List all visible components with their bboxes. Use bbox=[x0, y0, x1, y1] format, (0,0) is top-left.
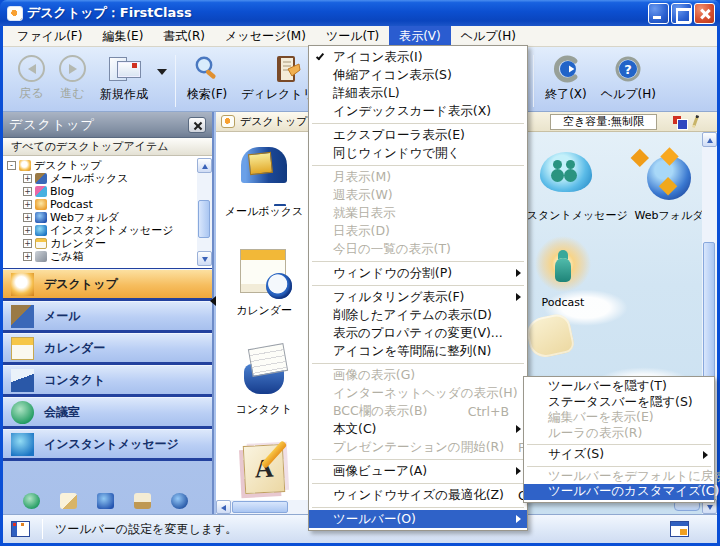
footer-shortcut-icon[interactable] bbox=[97, 493, 114, 509]
desktop-icon-item[interactable]: コンタクト bbox=[216, 342, 312, 417]
menu-item[interactable]: エクスプローラ表示(E) bbox=[309, 126, 527, 144]
footer-shortcut-icon[interactable] bbox=[60, 493, 77, 509]
tree-item[interactable]: + カレンダー bbox=[7, 237, 212, 250]
close-button[interactable] bbox=[694, 3, 715, 24]
minimize-button[interactable] bbox=[648, 3, 669, 24]
edit-pencil-icon[interactable] bbox=[692, 115, 699, 128]
collapse-expander-icon[interactable]: - bbox=[7, 161, 16, 170]
menu-item[interactable]: ウィンドウの分割(P) bbox=[309, 264, 527, 282]
menu-item[interactable]: アイコンを等間隔に整列(N) bbox=[309, 342, 527, 360]
sidebar-nav-button[interactable]: 会議室 bbox=[3, 397, 212, 426]
expand-plus-icon[interactable]: + bbox=[23, 200, 32, 209]
menu-item-label: 同じウィンドウで開く bbox=[333, 145, 460, 162]
menu-item[interactable]: ツールバーのカスタマイズ(C)... bbox=[524, 484, 714, 500]
expand-plus-icon[interactable]: + bbox=[23, 187, 32, 196]
menubar-item[interactable]: ツール(T) bbox=[316, 26, 389, 46]
menu-item[interactable]: 表示のプロパティの変更(V)... bbox=[309, 324, 527, 342]
menu-item[interactable]: 編集バーを表示(E) bbox=[524, 410, 714, 426]
footer-shortcut-icon[interactable] bbox=[171, 493, 188, 509]
footer-shortcut-icon[interactable] bbox=[23, 493, 40, 509]
menubar-item[interactable]: 編集(E) bbox=[92, 26, 153, 46]
scroll-left-icon[interactable] bbox=[216, 500, 231, 514]
search-button[interactable]: 検索(F) bbox=[180, 55, 234, 103]
menu-item[interactable]: ツールバーをデフォルトに戻す(T) bbox=[524, 469, 714, 485]
menu-item[interactable]: 伸縮アイコン表示(S) bbox=[309, 66, 527, 84]
new-dropdown-caret-icon[interactable] bbox=[157, 69, 167, 75]
menubar-item[interactable]: ファイル(F) bbox=[7, 26, 92, 46]
tree-item[interactable]: + メールボックス bbox=[7, 172, 212, 185]
sidebar-nav-button[interactable]: インスタントメッセージ bbox=[3, 429, 212, 458]
expand-plus-icon[interactable]: + bbox=[23, 239, 32, 248]
menu-item[interactable]: アイコン表示(I) bbox=[309, 48, 527, 66]
sidebar-nav: デスクトップ メール カレンダー コンタクト bbox=[3, 268, 212, 461]
menu-item[interactable]: 詳細表示(L) bbox=[309, 84, 527, 102]
menu-item[interactable]: ツールバーを隠す(T) bbox=[524, 379, 714, 395]
menu-item[interactable]: 週表示(W) bbox=[309, 186, 527, 204]
menu-item[interactable]: 画像の表示(G) bbox=[309, 366, 527, 384]
menu-item[interactable]: 削除したアイテムの表示(D) bbox=[309, 306, 527, 324]
scrollbar-thumb[interactable] bbox=[703, 242, 715, 392]
expand-plus-icon[interactable]: + bbox=[23, 226, 32, 235]
expand-plus-icon[interactable]: + bbox=[23, 213, 32, 222]
desktop-icon-item[interactable]: メールボックス bbox=[216, 144, 312, 219]
expand-plus-icon[interactable]: + bbox=[23, 174, 32, 183]
titlebar[interactable]: デスクトップ：FirstClass bbox=[0, 0, 720, 26]
help-button[interactable]: ? ヘルプ(H) bbox=[594, 55, 663, 103]
scroll-down-icon[interactable] bbox=[197, 251, 212, 266]
scroll-up-icon[interactable] bbox=[702, 132, 717, 147]
sidebar-nav-button[interactable]: カレンダー bbox=[3, 333, 212, 362]
menubar-item[interactable]: 表示(V) bbox=[389, 26, 451, 46]
menu-item[interactable]: ルーラの表示(R) bbox=[524, 426, 714, 442]
menu-item[interactable]: 日表示(D) bbox=[309, 222, 527, 240]
horizontal-scrollbar[interactable] bbox=[216, 500, 312, 514]
menu-item-label: 編集バーを表示(E) bbox=[548, 409, 654, 426]
tree-scrollbar[interactable] bbox=[197, 158, 212, 266]
desktop-item-icon bbox=[236, 342, 292, 398]
tree-item-icon bbox=[35, 212, 47, 223]
panel-collapse-arrow-icon[interactable] bbox=[210, 296, 216, 306]
menu-item[interactable]: プレゼンテーションの開始(R) F5 bbox=[309, 438, 527, 456]
scroll-up-icon[interactable] bbox=[197, 158, 212, 173]
sidebar-nav-button[interactable]: コンタクト bbox=[3, 365, 212, 394]
menu-item[interactable]: ステータスバーを隠す(S) bbox=[524, 395, 714, 411]
menu-item[interactable]: ツールバー(O) bbox=[309, 510, 527, 528]
menubar-item[interactable]: メッセージ(M) bbox=[215, 26, 316, 46]
tree-item[interactable]: + ごみ箱 bbox=[7, 250, 212, 263]
back-button[interactable]: 戻る bbox=[11, 55, 52, 102]
forward-button[interactable]: 進む bbox=[52, 55, 93, 102]
tree-item[interactable]: + インスタントメッセージ bbox=[7, 224, 212, 237]
desktop-tab[interactable]: デスクトップ bbox=[216, 112, 312, 132]
menu-item[interactable]: 同じウィンドウで開く bbox=[309, 144, 527, 162]
exit-icon bbox=[551, 55, 581, 83]
menu-item[interactable]: 月表示(M) bbox=[309, 168, 527, 186]
scrollbar-thumb[interactable] bbox=[232, 501, 288, 513]
desktop-icon-item[interactable]: ドキュメント bbox=[216, 441, 312, 500]
menu-item[interactable]: 今日の一覧の表示(T) bbox=[309, 240, 527, 258]
menu-item[interactable]: 画像ビューア(A) bbox=[309, 462, 527, 480]
menu-item[interactable]: インデックスカード表示(X) bbox=[309, 102, 527, 120]
menu-item[interactable]: インターネットヘッダの表示(H) bbox=[309, 384, 527, 402]
submenu-arrow-icon bbox=[516, 269, 521, 277]
view-mode-icon[interactable] bbox=[673, 116, 686, 128]
menu-item[interactable]: サイズ(S) bbox=[524, 447, 714, 463]
menu-item[interactable]: フィルタリング表示(F) bbox=[309, 288, 527, 306]
menu-item[interactable]: BCC欄の表示(B) Ctrl+B bbox=[309, 402, 527, 420]
menu-item[interactable]: 就業日表示 bbox=[309, 204, 527, 222]
split-view-icon[interactable] bbox=[670, 521, 689, 537]
menu-item[interactable]: ウィンドウサイズの最適化(Z) Ctrl+^ bbox=[309, 486, 527, 504]
new-message-button[interactable]: 新規作成 bbox=[93, 55, 155, 103]
maximize-button[interactable] bbox=[671, 3, 692, 24]
menubar-item[interactable]: 書式(R) bbox=[153, 26, 215, 46]
panel-close-icon[interactable] bbox=[188, 117, 206, 133]
desktop-tree: - デスクトップ + メールボックス + bbox=[3, 156, 212, 268]
exit-button[interactable]: 終了(X) bbox=[538, 55, 594, 103]
menu-item[interactable]: 本文(C) bbox=[309, 420, 527, 438]
expand-plus-icon[interactable]: + bbox=[23, 252, 32, 261]
sidebar-nav-button[interactable]: メール bbox=[3, 301, 212, 330]
footer-shortcut-icon[interactable] bbox=[134, 493, 151, 509]
sidebar-nav-button[interactable]: デスクトップ bbox=[3, 269, 212, 298]
desktop-icon-item[interactable]: カレンダー bbox=[216, 243, 312, 318]
scrollbar-thumb[interactable] bbox=[198, 200, 210, 238]
menubar-item[interactable]: ヘルプ(H) bbox=[451, 26, 526, 46]
tree-item[interactable]: + Blog bbox=[7, 185, 212, 198]
